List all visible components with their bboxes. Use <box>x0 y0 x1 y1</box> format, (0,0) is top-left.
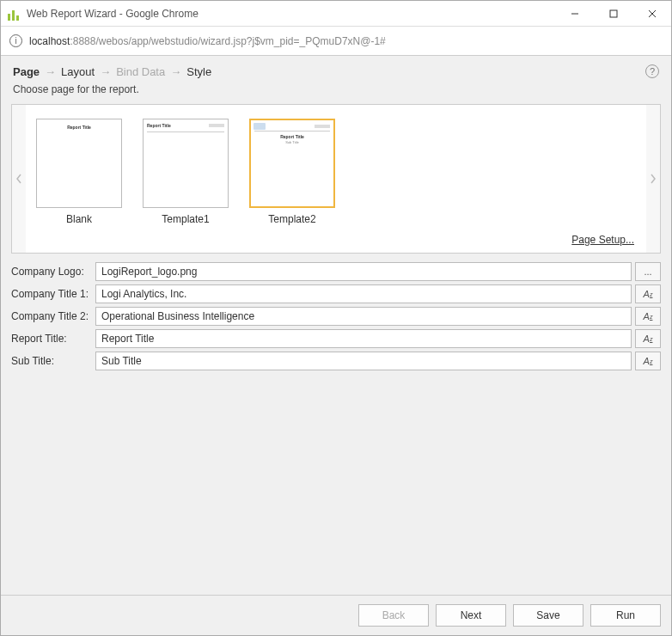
url-text[interactable]: localhost:8888/webos/app/webstudio/wizar… <box>29 35 386 47</box>
font-button-title2[interactable]: Az <box>635 307 661 326</box>
site-info-icon[interactable]: i <box>9 34 22 47</box>
font-button-sub-title[interactable]: Az <box>635 352 661 370</box>
window-title: Web Report Wizard - Google Chrome <box>27 8 199 20</box>
template-blank[interactable]: Report Title Blank <box>36 119 122 225</box>
crumb-style[interactable]: Style <box>186 65 211 78</box>
label-report-title: Report Title: <box>11 333 95 345</box>
gallery-next-button[interactable] <box>646 105 660 253</box>
input-company-logo[interactable] <box>95 262 632 281</box>
page-setup-link[interactable]: Page Setup... <box>571 234 634 246</box>
back-button: Back <box>358 604 429 627</box>
browse-logo-button[interactable]: ... <box>635 262 661 281</box>
help-icon[interactable]: ? <box>645 64 659 78</box>
template-template1[interactable]: Report Title Template1 <box>143 119 229 225</box>
next-button[interactable]: Next <box>436 604 506 627</box>
app-icon <box>8 7 21 21</box>
thumb-date <box>209 124 224 127</box>
svg-rect-1 <box>610 10 617 17</box>
thumb-rule <box>254 131 330 131</box>
address-bar: i localhost:8888/webos/app/webstudio/wiz… <box>1 27 671 56</box>
minimize-button[interactable] <box>555 1 594 26</box>
input-report-title[interactable] <box>95 329 632 348</box>
wizard-footer: Back Next Save Run <box>1 595 671 635</box>
wizard-content: Page → Layout → Bind Data → Style ? Choo… <box>1 56 671 635</box>
crumb-sep: → <box>45 65 56 78</box>
template-thumb: Report Title <box>143 119 229 208</box>
label-company-logo: Company Logo: <box>11 266 95 278</box>
window-titlebar: Web Report Wizard - Google Chrome <box>1 1 671 27</box>
thumb-logo <box>254 123 266 130</box>
crumb-sep: → <box>170 65 181 78</box>
crumb-layout[interactable]: Layout <box>61 65 95 78</box>
gallery-prev-button[interactable] <box>12 105 26 253</box>
close-button[interactable] <box>632 1 671 26</box>
breadcrumb: Page → Layout → Bind Data → Style ? <box>1 56 671 83</box>
save-button[interactable]: Save <box>513 604 583 627</box>
font-button-title1[interactable]: Az <box>635 284 661 303</box>
template-template2[interactable]: Report Title Sub Title Template2 <box>249 119 335 225</box>
crumb-page[interactable]: Page <box>13 65 40 78</box>
template-thumb: Report Title <box>36 119 122 208</box>
run-button[interactable]: Run <box>590 604 661 627</box>
label-sub-title: Sub Title: <box>11 355 95 367</box>
template-gallery: Report Title Blank Report Title Template… <box>11 104 661 254</box>
thumb-subtitle: Sub Title <box>251 140 333 144</box>
font-button-report-title[interactable]: Az <box>635 329 661 348</box>
thumb-date <box>315 125 330 128</box>
input-company-title1[interactable] <box>95 284 632 303</box>
template-thumb: Report Title Sub Title <box>249 119 335 208</box>
input-sub-title[interactable] <box>95 352 632 370</box>
label-company-title2: Company Title 2: <box>11 310 95 322</box>
input-company-title2[interactable] <box>95 307 632 326</box>
template-label: Blank <box>66 213 92 225</box>
template-label: Template1 <box>162 213 209 225</box>
label-company-title1: Company Title 1: <box>11 288 95 300</box>
properties-form: Company Logo: ... Company Title 1: Az Co… <box>11 262 661 374</box>
thumb-rule <box>147 131 224 132</box>
template-label: Template2 <box>268 213 315 225</box>
thumb-title: Report Title <box>251 134 333 139</box>
instruction-text: Choose page for the report. <box>1 83 671 104</box>
maximize-button[interactable] <box>594 1 632 26</box>
thumb-title: Report Title <box>37 125 121 130</box>
crumb-bind-data: Bind Data <box>116 65 165 78</box>
crumb-sep: → <box>100 65 111 78</box>
